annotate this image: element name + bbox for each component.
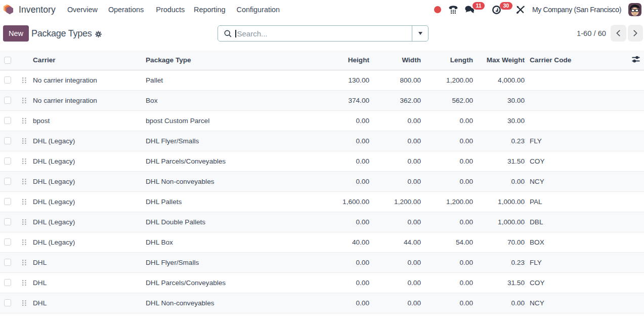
cell-length[interactable]: 0.00	[421, 252, 473, 272]
pager-previous-button[interactable]	[611, 25, 626, 42]
cell-length[interactable]: 562.00	[421, 90, 473, 110]
table-row[interactable]: DHLDHL Non-conveyables0.000.000.000.00NC…	[0, 293, 644, 313]
column-header-package-type[interactable]: Package Type	[144, 51, 324, 70]
table-row[interactable]: No carrier integrationPallet130.00800.00…	[0, 70, 644, 90]
column-header-length[interactable]: Length	[421, 51, 473, 70]
cell-width[interactable]: 0.00	[369, 110, 421, 131]
menu-operations[interactable]: Operations	[108, 0, 144, 19]
cell-height[interactable]: 0.00	[324, 131, 369, 151]
cell-carrier-code[interactable]: BOX	[525, 232, 627, 252]
view-settings-gear-icon[interactable]	[95, 29, 102, 37]
menu-reporting[interactable]: Reporting	[194, 0, 225, 19]
cell-carrier[interactable]: DHL (Legacy)	[30, 171, 144, 191]
cell-carrier[interactable]: No carrier integration	[30, 90, 144, 110]
cell-width[interactable]: 0.00	[369, 272, 421, 293]
app-name[interactable]: Inventory	[19, 5, 56, 15]
table-row[interactable]: DHL (Legacy)DHL Double Pallets0.000.000.…	[0, 212, 644, 232]
cell-width[interactable]: 44.00	[369, 232, 421, 252]
row-drag-handle[interactable]	[15, 272, 30, 293]
optional-columns-toggle[interactable]	[632, 56, 640, 64]
cell-package-type[interactable]: bpost Custom Parcel	[144, 110, 324, 131]
cell-carrier[interactable]: DHL	[30, 252, 144, 272]
row-drag-handle[interactable]	[15, 191, 30, 212]
cell-carrier[interactable]: DHL (Legacy)	[30, 131, 144, 151]
cell-height[interactable]: 0.00	[324, 151, 369, 171]
column-header-carrier-code[interactable]: Carrier Code	[525, 51, 627, 70]
cell-width[interactable]: 1,200.00	[369, 191, 421, 212]
cell-height[interactable]: 0.00	[324, 252, 369, 272]
cell-max-weight[interactable]: 31.50	[473, 272, 525, 293]
select-all-checkbox[interactable]	[4, 57, 11, 64]
cell-max-weight[interactable]: 31.50	[473, 151, 525, 171]
cell-package-type[interactable]: DHL Flyer/Smalls	[144, 252, 324, 272]
table-row[interactable]: DHLDHL Parcels/Conveyables0.000.000.0031…	[0, 272, 644, 293]
row-drag-handle[interactable]	[15, 252, 30, 272]
table-row[interactable]: No carrier integrationBox374.00362.00562…	[0, 90, 644, 110]
row-drag-handle[interactable]	[15, 232, 30, 252]
table-row[interactable]: DHL (Legacy)DHL Non-conveyables0.000.000…	[0, 171, 644, 191]
cell-length[interactable]: 1,200.00	[421, 70, 473, 90]
cell-max-weight[interactable]: 0.23	[473, 252, 525, 272]
cell-carrier-code[interactable]: COY	[525, 272, 627, 293]
cell-height[interactable]: 130.00	[324, 70, 369, 90]
cell-width[interactable]: 0.00	[369, 131, 421, 151]
cell-max-weight[interactable]: 0.00	[473, 293, 525, 313]
cell-carrier-code[interactable]: NCY	[525, 171, 627, 191]
cell-height[interactable]: 374.00	[324, 90, 369, 110]
cell-carrier-code[interactable]	[525, 70, 627, 90]
cell-package-type[interactable]: DHL Non-conveyables	[144, 171, 324, 191]
table-row[interactable]: DHL (Legacy)DHL Parcels/Conveyables0.000…	[0, 151, 644, 171]
table-row[interactable]: bpostbpost Custom Parcel0.000.000.0030.0…	[0, 110, 644, 131]
cell-length[interactable]: 0.00	[421, 151, 473, 171]
activities-button[interactable]: 30	[492, 0, 501, 19]
cell-width[interactable]: 0.00	[369, 171, 421, 191]
cell-package-type[interactable]: Pallet	[144, 70, 324, 90]
column-header-carrier[interactable]: Carrier	[30, 51, 144, 70]
user-avatar[interactable]	[628, 3, 641, 16]
voip-phone-button[interactable]	[449, 0, 458, 19]
cell-carrier[interactable]: DHL (Legacy)	[30, 151, 144, 171]
row-drag-handle[interactable]	[15, 110, 30, 131]
row-checkbox[interactable]	[4, 157, 11, 165]
cell-length[interactable]: 0.00	[421, 212, 473, 232]
cell-package-type[interactable]: DHL Parcels/Conveyables	[144, 151, 324, 171]
cell-max-weight[interactable]: 0.00	[473, 171, 525, 191]
cell-carrier-code[interactable]: NCY	[525, 293, 627, 313]
cell-carrier-code[interactable]	[525, 110, 627, 131]
row-drag-handle[interactable]	[15, 90, 30, 110]
row-checkbox[interactable]	[4, 198, 11, 205]
row-checkbox[interactable]	[4, 137, 11, 144]
menu-overview[interactable]: Overview	[67, 0, 98, 19]
search-options-toggle[interactable]	[412, 26, 428, 41]
cell-carrier[interactable]: DHL	[30, 293, 144, 313]
cell-width[interactable]: 362.00	[369, 90, 421, 110]
row-drag-handle[interactable]	[15, 212, 30, 232]
row-drag-handle[interactable]	[15, 131, 30, 151]
cell-package-type[interactable]: DHL Non-conveyables	[144, 293, 324, 313]
cell-carrier-code[interactable]: FLY	[525, 131, 627, 151]
cell-carrier[interactable]: bpost	[30, 110, 144, 131]
row-drag-handle[interactable]	[15, 151, 30, 171]
cell-package-type[interactable]: DHL Box	[144, 232, 324, 252]
cell-length[interactable]: 0.00	[421, 131, 473, 151]
debug-tools-button[interactable]	[517, 0, 525, 19]
cell-length[interactable]: 0.00	[421, 293, 473, 313]
row-checkbox[interactable]	[4, 178, 11, 185]
menu-products[interactable]: Products	[156, 0, 185, 19]
cell-carrier-code[interactable]: DBL	[525, 212, 627, 232]
search-input[interactable]	[237, 26, 412, 41]
cell-length[interactable]: 0.00	[421, 171, 473, 191]
row-checkbox[interactable]	[4, 97, 11, 104]
column-header-width[interactable]: Width	[369, 51, 421, 70]
table-row[interactable]: DHLDHL Flyer/Smalls0.000.000.000.23FLY	[0, 252, 644, 272]
messages-button[interactable]: 11	[465, 0, 475, 19]
cell-max-weight[interactable]: 0.23	[473, 131, 525, 151]
cell-package-type[interactable]: DHL Flyer/Smalls	[144, 131, 324, 151]
cell-carrier-code[interactable]	[525, 90, 627, 110]
app-switcher[interactable]: Inventory	[4, 4, 56, 16]
row-drag-handle[interactable]	[15, 70, 30, 90]
row-checkbox[interactable]	[4, 279, 11, 286]
row-checkbox[interactable]	[4, 218, 11, 225]
cell-height[interactable]: 1,600.00	[324, 191, 369, 212]
column-header-max-weight[interactable]: Max Weight	[473, 51, 525, 70]
